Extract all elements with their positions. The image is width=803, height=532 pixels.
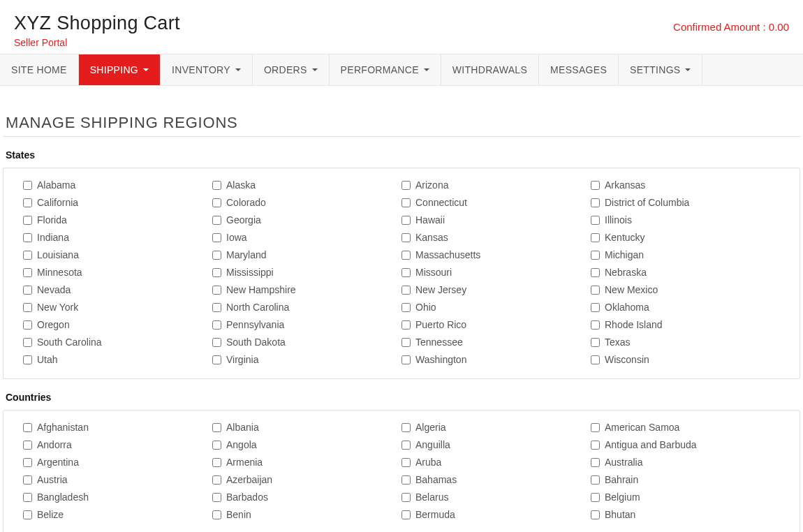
region-checkbox[interactable]	[402, 268, 411, 277]
region-checkbox[interactable]	[591, 233, 600, 242]
region-checkbox[interactable]	[212, 458, 221, 467]
region-item[interactable]: American Samoa	[591, 422, 780, 433]
region-checkbox[interactable]	[402, 303, 411, 312]
region-item[interactable]: Benin	[212, 509, 402, 520]
region-checkbox[interactable]	[23, 320, 32, 330]
region-checkbox[interactable]	[23, 251, 32, 260]
region-item[interactable]: California	[23, 197, 212, 208]
region-item[interactable]: Pennsylvania	[212, 319, 402, 330]
region-item[interactable]: Belize	[23, 509, 212, 520]
region-item[interactable]: New Hampshire	[212, 284, 402, 295]
region-item[interactable]: District of Columbia	[591, 197, 780, 208]
region-checkbox[interactable]	[23, 493, 32, 502]
region-checkbox[interactable]	[591, 216, 600, 225]
region-checkbox[interactable]	[23, 441, 32, 450]
region-checkbox[interactable]	[591, 320, 600, 330]
region-checkbox[interactable]	[402, 198, 411, 207]
nav-orders[interactable]: ORDERS	[253, 54, 330, 85]
region-checkbox[interactable]	[212, 441, 221, 450]
region-item[interactable]: Minnesota	[23, 267, 212, 278]
region-checkbox[interactable]	[212, 320, 221, 330]
region-checkbox[interactable]	[23, 303, 32, 312]
region-item[interactable]: New Jersey	[402, 284, 591, 295]
region-item[interactable]: Louisiana	[23, 249, 212, 260]
region-item[interactable]: New Mexico	[591, 284, 780, 295]
region-item[interactable]: Florida	[23, 214, 212, 226]
region-item[interactable]: Belarus	[402, 492, 591, 503]
region-item[interactable]: Belgium	[591, 492, 780, 503]
region-checkbox[interactable]	[23, 181, 32, 190]
region-item[interactable]: New York	[23, 302, 212, 313]
region-checkbox[interactable]	[402, 510, 411, 519]
region-item[interactable]: Algeria	[402, 422, 591, 433]
region-item[interactable]: Kansas	[402, 232, 591, 243]
nav-messages[interactable]: MESSAGES	[539, 54, 619, 85]
region-item[interactable]: Maryland	[212, 249, 402, 260]
region-item[interactable]: Oregon	[23, 319, 212, 330]
region-checkbox[interactable]	[402, 458, 411, 467]
region-item[interactable]: South Dakota	[212, 337, 402, 348]
region-item[interactable]: Kentucky	[591, 232, 780, 243]
region-checkbox[interactable]	[591, 423, 600, 432]
region-item[interactable]: Puerto Rico	[402, 319, 591, 330]
region-item[interactable]: Antigua and Barbuda	[591, 439, 780, 450]
region-item[interactable]: Aruba	[402, 457, 591, 468]
region-checkbox[interactable]	[23, 233, 32, 242]
region-item[interactable]: Washington	[402, 354, 591, 365]
region-checkbox[interactable]	[591, 338, 600, 347]
region-item[interactable]: Andorra	[23, 439, 212, 450]
region-checkbox[interactable]	[591, 181, 600, 190]
nav-inventory[interactable]: INVENTORY	[161, 54, 253, 85]
region-checkbox[interactable]	[402, 475, 411, 485]
region-checkbox[interactable]	[591, 303, 600, 312]
region-checkbox[interactable]	[591, 355, 600, 364]
region-item[interactable]: Illinois	[591, 214, 780, 226]
region-checkbox[interactable]	[591, 510, 600, 519]
region-item[interactable]: Rhode Island	[591, 319, 780, 330]
region-item[interactable]: Iowa	[212, 232, 402, 243]
region-checkbox[interactable]	[212, 510, 221, 519]
nav-withdrawals[interactable]: WITHDRAWALS	[441, 54, 539, 85]
region-checkbox[interactable]	[591, 458, 600, 467]
region-item[interactable]: Missouri	[402, 267, 591, 278]
region-checkbox[interactable]	[212, 268, 221, 277]
region-item[interactable]: Indiana	[23, 232, 212, 243]
region-checkbox[interactable]	[591, 286, 600, 295]
region-checkbox[interactable]	[402, 181, 411, 190]
region-checkbox[interactable]	[402, 355, 411, 364]
region-item[interactable]: Arkansas	[591, 179, 780, 191]
region-checkbox[interactable]	[402, 216, 411, 225]
region-checkbox[interactable]	[23, 268, 32, 277]
region-checkbox[interactable]	[591, 198, 600, 207]
region-item[interactable]: Bhutan	[591, 509, 780, 520]
region-checkbox[interactable]	[212, 251, 221, 260]
region-checkbox[interactable]	[212, 286, 221, 295]
region-item[interactable]: North Carolina	[212, 302, 402, 313]
region-item[interactable]: Bangladesh	[23, 492, 212, 503]
region-item[interactable]: Nebraska	[591, 267, 780, 278]
region-checkbox[interactable]	[212, 493, 221, 502]
region-checkbox[interactable]	[402, 493, 411, 502]
region-checkbox[interactable]	[402, 286, 411, 295]
region-item[interactable]: Massachusetts	[402, 249, 591, 260]
region-item[interactable]: Arizona	[402, 179, 591, 191]
nav-shipping[interactable]: SHIPPING	[79, 54, 161, 85]
region-item[interactable]: Albania	[212, 422, 402, 433]
region-checkbox[interactable]	[212, 475, 221, 485]
region-checkbox[interactable]	[23, 286, 32, 295]
nav-performance[interactable]: PERFORMANCE	[330, 54, 441, 85]
nav-settings[interactable]: SETTINGS	[619, 54, 702, 85]
region-checkbox[interactable]	[212, 181, 221, 190]
region-checkbox[interactable]	[402, 320, 411, 330]
region-checkbox[interactable]	[591, 251, 600, 260]
region-checkbox[interactable]	[402, 423, 411, 432]
region-item[interactable]: Bermuda	[402, 509, 591, 520]
region-checkbox[interactable]	[23, 510, 32, 519]
region-checkbox[interactable]	[23, 355, 32, 364]
region-item[interactable]: South Carolina	[23, 337, 212, 348]
region-checkbox[interactable]	[402, 338, 411, 347]
region-checkbox[interactable]	[23, 475, 32, 485]
region-item[interactable]: Wisconsin	[591, 354, 780, 365]
region-item[interactable]: Tennessee	[402, 337, 591, 348]
region-item[interactable]: Azerbaijan	[212, 474, 402, 485]
